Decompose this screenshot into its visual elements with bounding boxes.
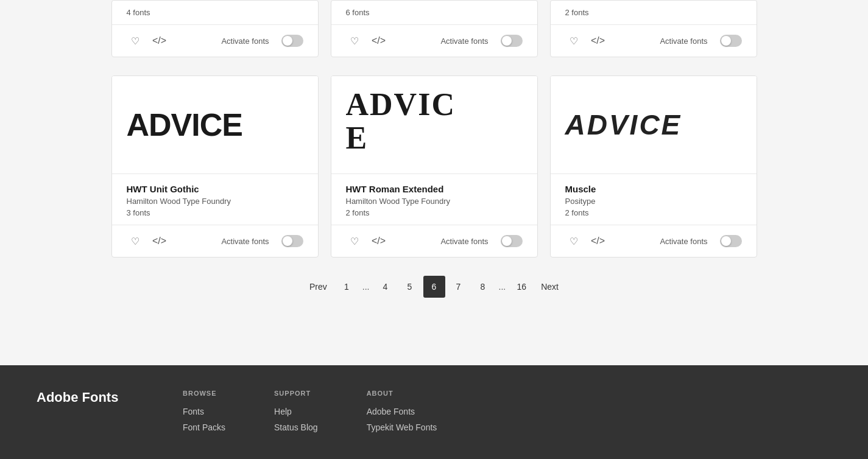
footer-link-font-packs[interactable]: Font Packs bbox=[183, 422, 225, 432]
partial-top-2: 6 fonts bbox=[331, 1, 537, 17]
font-name-1: HWT Unit Gothic bbox=[127, 184, 303, 194]
activate-toggle-p2[interactable] bbox=[501, 35, 523, 47]
footer-support-title: SUPPORT bbox=[274, 390, 318, 397]
footer-link-help[interactable]: Help bbox=[274, 407, 318, 416]
font-foundry-1: Hamilton Wood Type Foundry bbox=[127, 197, 303, 206]
activate-label-1: Activate fonts bbox=[221, 237, 269, 246]
footer-column-about: ABOUT Adobe Fonts Typekit Web Fonts bbox=[367, 390, 437, 438]
footer: Adobe Fonts BROWSE Fonts Font Packs SUPP… bbox=[0, 365, 868, 459]
activate-label-p2: Activate fonts bbox=[440, 37, 488, 46]
partial-count-3: 2 fonts bbox=[565, 8, 742, 17]
page-6-button[interactable]: 6 bbox=[423, 276, 445, 298]
font-foundry-2: Hamilton Wood Type Foundry bbox=[346, 197, 523, 206]
font-count-1: 3 fonts bbox=[127, 208, 303, 217]
partial-count-1: 4 fonts bbox=[127, 8, 303, 17]
footer-browse-title: BROWSE bbox=[183, 390, 225, 397]
activate-label-2: Activate fonts bbox=[440, 237, 488, 246]
font-name-2: HWT Roman Extended bbox=[346, 184, 523, 194]
footer-brand-name: Adobe Fonts bbox=[37, 390, 158, 405]
footer-column-browse: BROWSE Fonts Font Packs bbox=[183, 390, 225, 438]
footer-link-typekit[interactable]: Typekit Web Fonts bbox=[367, 422, 437, 432]
font-info-2: HWT Roman Extended Hamilton Wood Type Fo… bbox=[331, 173, 537, 217]
page-8-button[interactable]: 8 bbox=[472, 276, 494, 298]
font-info-3: Muscle Positype 2 fonts bbox=[551, 173, 757, 217]
font-preview-text-2: ADVICE bbox=[346, 88, 523, 155]
footer-link-status-blog[interactable]: Status Blog bbox=[274, 422, 318, 432]
activate-label-p3: Activate fonts bbox=[660, 37, 707, 46]
font-actions-2: ♡ </> Activate fonts bbox=[331, 225, 537, 257]
font-card-2: ADVICE HWT Roman Extended Hamilton Wood … bbox=[331, 75, 538, 258]
footer-column-support: SUPPORT Help Status Blog bbox=[274, 390, 318, 438]
font-count-2: 2 fonts bbox=[346, 208, 523, 217]
next-button[interactable]: Next bbox=[535, 276, 565, 298]
font-grid: ADVICE HWT Unit Gothic Hamilton Wood Typ… bbox=[111, 69, 757, 258]
font-preview-2: ADVICE bbox=[331, 76, 537, 173]
page-5-button[interactable]: 5 bbox=[399, 276, 421, 298]
embed-icon-p1[interactable]: </> bbox=[151, 32, 168, 49]
top-row: 4 fonts ♡ </> Activate fonts 6 fonts ♡ <… bbox=[111, 0, 757, 57]
prev-button[interactable]: Prev bbox=[303, 276, 333, 298]
main-content: 4 fonts ♡ </> Activate fonts 6 fonts ♡ <… bbox=[0, 0, 868, 365]
font-card-1: ADVICE HWT Unit Gothic Hamilton Wood Typ… bbox=[111, 75, 319, 258]
partial-top-1: 4 fonts bbox=[112, 1, 318, 17]
page-7-button[interactable]: 7 bbox=[448, 276, 470, 298]
favorite-icon-p2[interactable]: ♡ bbox=[346, 32, 363, 49]
page-1-button[interactable]: 1 bbox=[336, 276, 358, 298]
footer-brand: Adobe Fonts bbox=[37, 390, 158, 438]
embed-icon-3[interactable]: </> bbox=[590, 233, 607, 250]
favorite-icon-p1[interactable]: ♡ bbox=[127, 32, 144, 49]
partial-card-3: 2 fonts ♡ </> Activate fonts bbox=[550, 0, 757, 57]
activate-toggle-1[interactable] bbox=[281, 235, 303, 247]
page-16-button[interactable]: 16 bbox=[510, 276, 532, 298]
font-preview-1: ADVICE bbox=[112, 76, 318, 173]
embed-icon-2[interactable]: </> bbox=[370, 233, 387, 250]
ellipsis-1: ... bbox=[360, 282, 372, 292]
page-4-button[interactable]: 4 bbox=[375, 276, 397, 298]
font-actions-partial-2: ♡ </> Activate fonts bbox=[331, 24, 537, 57]
font-card-3: ADVICE Muscle Positype 2 fonts ♡ </> Act… bbox=[550, 75, 757, 258]
pagination: Prev 1 ... 4 5 6 7 8 ... 16 Next bbox=[12, 258, 856, 322]
embed-icon-p2[interactable]: </> bbox=[370, 32, 387, 49]
font-name-3: Muscle bbox=[565, 184, 742, 194]
partial-card-1: 4 fonts ♡ </> Activate fonts bbox=[111, 0, 319, 57]
font-actions-partial-3: ♡ </> Activate fonts bbox=[551, 24, 757, 57]
footer-about-title: ABOUT bbox=[367, 390, 437, 397]
font-preview-3: ADVICE bbox=[551, 76, 757, 173]
activate-toggle-2[interactable] bbox=[501, 235, 523, 247]
favorite-icon-3[interactable]: ♡ bbox=[565, 233, 582, 250]
font-actions-1: ♡ </> Activate fonts bbox=[112, 225, 318, 257]
embed-icon-1[interactable]: </> bbox=[151, 233, 168, 250]
font-preview-text-3: ADVICE bbox=[565, 111, 682, 139]
font-info-1: HWT Unit Gothic Hamilton Wood Type Found… bbox=[112, 173, 318, 217]
activate-label-p1: Activate fonts bbox=[221, 37, 269, 46]
favorite-icon-p3[interactable]: ♡ bbox=[565, 32, 582, 49]
partial-card-2: 6 fonts ♡ </> Activate fonts bbox=[331, 0, 538, 57]
footer-link-adobe-fonts[interactable]: Adobe Fonts bbox=[367, 407, 437, 416]
partial-top-3: 2 fonts bbox=[551, 1, 757, 17]
font-preview-text-1: ADVICE bbox=[127, 109, 242, 141]
activate-toggle-3[interactable] bbox=[720, 235, 742, 247]
activate-toggle-p1[interactable] bbox=[281, 35, 303, 47]
embed-icon-p3[interactable]: </> bbox=[590, 32, 607, 49]
footer-link-fonts[interactable]: Fonts bbox=[183, 407, 225, 416]
ellipsis-2: ... bbox=[496, 282, 509, 292]
font-actions-partial-1: ♡ </> Activate fonts bbox=[112, 24, 318, 57]
font-actions-3: ♡ </> Activate fonts bbox=[551, 225, 757, 257]
favorite-icon-2[interactable]: ♡ bbox=[346, 233, 363, 250]
font-foundry-3: Positype bbox=[565, 197, 742, 206]
favorite-icon-1[interactable]: ♡ bbox=[127, 233, 144, 250]
font-count-3: 2 fonts bbox=[565, 208, 742, 217]
footer-columns: BROWSE Fonts Font Packs SUPPORT Help Sta… bbox=[183, 390, 831, 438]
partial-count-2: 6 fonts bbox=[346, 8, 523, 17]
activate-label-3: Activate fonts bbox=[660, 237, 707, 246]
activate-toggle-p3[interactable] bbox=[720, 35, 742, 47]
